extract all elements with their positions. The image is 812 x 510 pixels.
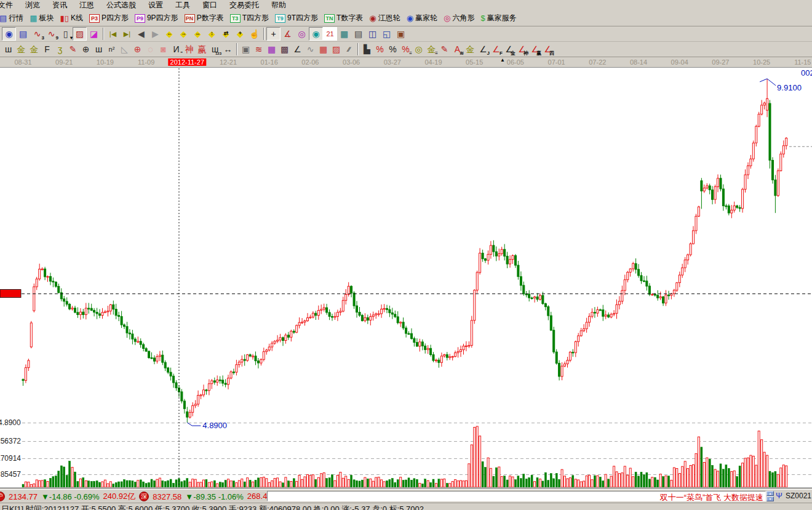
dot-circle-icon[interactable]: ◌ (144, 42, 157, 56)
shift-left-icon[interactable]: ◆← (162, 27, 177, 41)
network-icon[interactable]: ◱ (380, 27, 394, 41)
winner-service-button[interactable]: $赢家服务 (477, 12, 519, 25)
n2-ruler-icon[interactable]: n² (105, 42, 118, 56)
coin-icon[interactable]: ◎ (412, 42, 425, 56)
f-angle-icon[interactable]: ∠F (490, 42, 503, 56)
ruler-123-icon[interactable]: ш123 (209, 42, 221, 56)
hexagon-button[interactable]: ◎六角形 (440, 12, 477, 25)
kline-button[interactable]: ▮▯K线 (57, 12, 86, 25)
menu-item-6[interactable]: 工具 (169, 0, 196, 10)
chart-area[interactable]: 4.89009.9100 4.8900 256372 170914 85457 … (0, 68, 812, 488)
gann-network-icon[interactable]: ◉ (2, 27, 16, 41)
candlestick-chart[interactable]: 4.89009.9100 (0, 68, 812, 488)
percent-icon[interactable]: % (386, 42, 399, 56)
wheel-tool-icon[interactable]: ◉ (309, 27, 323, 41)
menu-item-1[interactable]: 浏览 (19, 0, 46, 10)
menu-item-3[interactable]: 江恩 (73, 0, 100, 10)
menu-item-9[interactable]: 帮助 (265, 0, 292, 10)
gann-wheel-button[interactable]: ◉江恩轮 (366, 12, 403, 25)
four-angle-icon[interactable]: ∠四 (541, 42, 554, 56)
spiral-icon[interactable]: ◎ (295, 27, 309, 41)
gold-ruler-icon[interactable]: 金 (15, 42, 28, 56)
shen-ruler-icon[interactable]: 神 (183, 42, 196, 56)
wave-mark-icon[interactable]: И" (170, 42, 183, 56)
command-input-field[interactable]: 双十一“菜鸟”首飞 大数据提速 (267, 491, 766, 501)
j-angle-icon[interactable]: ∠J (477, 42, 490, 56)
gold-angle-icon[interactable]: ∠金 (503, 42, 515, 56)
sectors-button-label: 板块 (39, 13, 54, 23)
gann-fan-icon[interactable]: ≋ (252, 42, 265, 56)
angle-line-icon[interactable]: ∠ (291, 42, 304, 56)
9p-square-button[interactable]: P99P四方形 (132, 12, 181, 25)
candle-tool-icon[interactable]: ▯▾ (58, 27, 73, 41)
expand-v-icon[interactable]: ◆↕ (205, 27, 219, 41)
bars-chart-icon[interactable]: ▙ (360, 42, 373, 56)
gold-ruler2-icon[interactable]: 金 (28, 42, 41, 56)
ticker-spinner[interactable]: ▲ ▼ (766, 491, 774, 501)
compress-icon[interactable]: ◆⇄ (219, 27, 233, 41)
angle-measure-icon[interactable]: ∡ (281, 27, 295, 41)
wave-9-icon[interactable]: ∿9 (44, 27, 58, 41)
menu-item-5[interactable]: 设置 (142, 0, 169, 10)
sectors-button[interactable]: ▦板块 (26, 12, 57, 25)
marker-pen-icon[interactable]: ✎ (438, 42, 451, 56)
color-chart-icon[interactable]: ◪ (87, 27, 101, 41)
save-icon[interactable]: ◫ (365, 27, 380, 41)
formula-icon[interactable]: ▨ (73, 27, 87, 41)
gold-box-icon[interactable]: 金 (464, 42, 477, 56)
menu-item-0[interactable]: 文件 (0, 0, 19, 10)
wave-3-icon[interactable]: ∿3 (30, 27, 44, 41)
quotes-button[interactable]: ▤行情 (0, 12, 26, 25)
first-page-icon[interactable]: |◀ (106, 27, 120, 41)
ruler-icon[interactable]: ш (2, 42, 15, 56)
next-icon[interactable]: ▶ (148, 27, 162, 41)
report-icon[interactable]: ▤ (16, 27, 30, 41)
crosshair-icon[interactable]: + (266, 27, 281, 41)
pen-ruler-icon[interactable]: ✎ (66, 42, 79, 56)
menu-item-8[interactable]: 交易委托 (223, 0, 265, 10)
fib-ruler-icon[interactable]: F (41, 42, 54, 56)
angle-tool-icon[interactable]: ◺ (118, 42, 131, 56)
gold-lines-icon[interactable]: 金≡ (425, 42, 438, 56)
menu-item-7[interactable]: 窗口 (196, 0, 223, 10)
order-truck-icon[interactable]: ▣ (394, 27, 408, 41)
p-square-button[interactable]: P3P四方形 (86, 12, 132, 25)
winner-wheel-button[interactable]: ◉赢家轮 (404, 12, 440, 25)
shen-angle-icon[interactable]: ∠神 (515, 42, 528, 56)
expand-h-icon[interactable]: ◆↔ (191, 27, 205, 41)
spinner-up-button[interactable]: ▲ (766, 491, 774, 496)
a-lines-icon[interactable]: A≋ (451, 42, 464, 56)
parallel-lines-icon[interactable]: ∕∕ (343, 42, 356, 56)
grid-window-icon[interactable]: ▣ (239, 42, 252, 56)
menu-item-2[interactable]: 资讯 (46, 0, 73, 10)
width-arrow-icon[interactable]: ↔ (221, 42, 234, 56)
p-table-button[interactable]: PNP数字表 (181, 12, 227, 25)
zoom-all-icon[interactable]: ◆+ (233, 27, 247, 41)
ying-angle-icon[interactable]: ∠赢 (528, 42, 541, 56)
square-target-icon[interactable]: ◙ (157, 42, 170, 56)
red-grid-arrow-icon[interactable]: ▨ (330, 42, 343, 56)
notes-icon[interactable]: ▤ (351, 27, 365, 41)
t-table-button[interactable]: TNT数字表 (321, 12, 366, 25)
zigzag-icon[interactable]: ∿ (304, 42, 317, 56)
hand-icon[interactable]: ☝ (247, 27, 261, 41)
menu-item-4[interactable]: 公式选股 (100, 0, 142, 10)
spinner-down-button[interactable]: ▼ (766, 496, 774, 501)
comb-ruler-icon[interactable]: ш (92, 42, 105, 56)
shift-right-icon[interactable]: ◆→ (177, 27, 191, 41)
calculator-icon[interactable]: ▦ (337, 27, 351, 41)
last-page-icon[interactable]: ▶| (120, 27, 134, 41)
grid-fan2-icon[interactable]: ▩ (278, 42, 291, 56)
9t-square-button[interactable]: T99T四方形 (272, 12, 321, 25)
target-icon[interactable]: ⊕ (131, 42, 144, 56)
circle-ruler-icon[interactable]: ⊕ (79, 42, 92, 56)
percent-lines-icon[interactable]: %≡ (399, 42, 412, 56)
ying-ruler-icon[interactable]: 赢 (196, 42, 209, 56)
red-grid-icon[interactable]: ▦ (317, 42, 330, 56)
grid-fan-icon[interactable]: ▦ (265, 42, 278, 56)
percent-slash-icon[interactable]: % (373, 42, 386, 56)
calendar-icon[interactable]: 21 (323, 27, 337, 41)
spiral-ruler-icon[interactable]: ʒ (54, 42, 66, 56)
t-square-button[interactable]: T3T四方形 (227, 12, 272, 25)
prev-icon[interactable]: ◀ (134, 27, 148, 41)
